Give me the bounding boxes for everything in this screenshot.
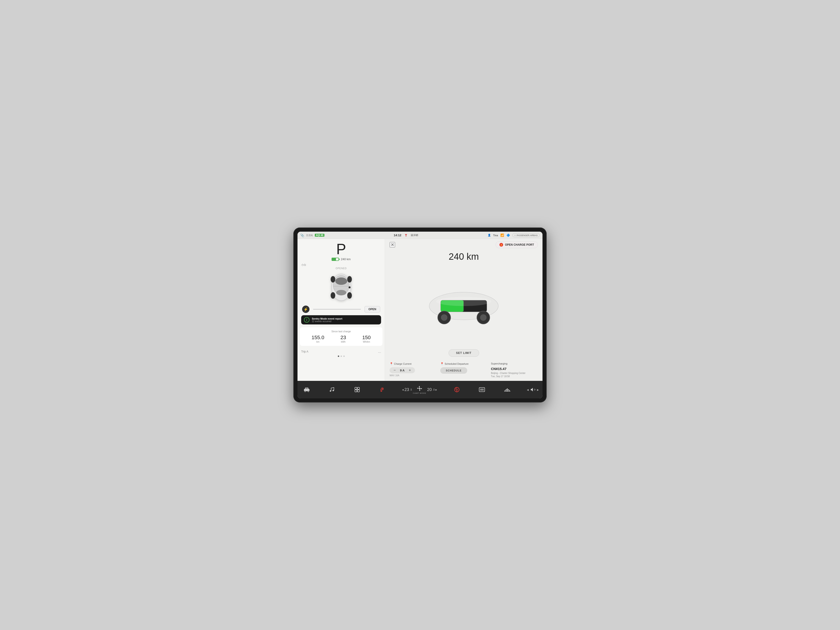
open-charge-button[interactable]: OPEN [365, 306, 380, 313]
stat-efficiency-value: 150 [362, 335, 371, 341]
temp-left-value: 23 [404, 387, 409, 392]
volume-prev-button[interactable]: ◂ [527, 388, 529, 392]
main-area: P 240 km 小白 OPENED [297, 239, 543, 381]
charge-info-grid: 📍 Charge Current − 9 A + MAX 16A [385, 360, 543, 381]
user-name: Tina [493, 234, 498, 237]
camp-mode-group: CAMP MODE [413, 385, 426, 394]
stats-section: Since last charge 155.0 km 23 kWh 150 Wh [300, 327, 382, 346]
supercharge-location: Beijing - Charter Shopping Center Tue, S… [491, 372, 538, 378]
supercharging-col: Supercharging CN¥15.47 Beijing - Charter… [491, 362, 538, 378]
decrease-current-button[interactable]: − [392, 368, 397, 372]
charge-port-row: ⚡ OPEN [297, 305, 385, 314]
trip-row: Trip A ... [297, 348, 385, 355]
camp-mode-label: CAMP MODE [413, 392, 426, 394]
sentry-icon: i [304, 317, 309, 323]
tesla-logo: T [405, 234, 407, 237]
supercharging-title: Supercharging [491, 362, 507, 365]
rear-defrost-icon[interactable] [477, 387, 488, 392]
apps-icon [354, 387, 360, 392]
max-label: MAX 16A [390, 374, 437, 377]
sentry-sub: 12 events occurred [312, 320, 343, 323]
battery-indicator [332, 258, 339, 261]
charge-bolt: ⚡ [302, 306, 309, 313]
screen: 📎 主北站 AQI 48 14:12 T 丽泽桥 👤 Tina 📶 🔷 ○ PA… [297, 232, 543, 398]
supercharging-label: Supercharging [491, 362, 538, 365]
battery-chassis-svg [427, 287, 501, 324]
schedule-button[interactable]: SCHEDULE [440, 367, 467, 374]
temp-left-decrease[interactable]: ◂ [402, 388, 404, 392]
stat-kwh-value: 23 [340, 335, 346, 341]
svg-point-5 [347, 276, 352, 283]
svg-point-6 [331, 292, 335, 298]
location-left: 主北站 [306, 234, 313, 237]
close-button[interactable]: ✕ [390, 242, 395, 248]
car-icon [303, 387, 310, 392]
wifi-icon: 📶 [501, 234, 504, 237]
volume-next-button[interactable]: ▸ [537, 388, 539, 392]
volume-icon [530, 387, 535, 392]
music-bottom-icon[interactable] [326, 387, 337, 392]
front-defrost-icon[interactable] [502, 387, 513, 392]
temp-right-increase[interactable]: ▸ [436, 388, 437, 392]
heated-steering-icon[interactable] [451, 387, 463, 393]
svg-rect-26 [357, 387, 360, 389]
bluetooth-icon: 🔷 [506, 234, 510, 237]
range-row: 240 km [297, 257, 385, 262]
car-image-container [297, 270, 385, 305]
sentry-title: Sentry Mode event report [312, 317, 343, 320]
svg-point-15 [441, 314, 447, 321]
set-limit-button[interactable]: SET LIMIT [448, 349, 479, 357]
fan-icon [416, 385, 423, 392]
svg-rect-28 [357, 390, 360, 392]
location-icon-2: 📍 [440, 362, 444, 365]
page-dot-2 [341, 355, 342, 357]
car-battery-visual [385, 263, 543, 349]
svg-point-17 [480, 314, 486, 321]
charge-current-label: 📍 Charge Current [390, 362, 437, 365]
svg-rect-27 [355, 390, 357, 392]
front-defrost-svg [504, 387, 510, 392]
stat-distance: 155.0 km [311, 335, 324, 343]
status-center: 14:12 T 丽泽桥 [324, 234, 488, 237]
open-charge-port-label: OPEN CHARGE PORT [505, 243, 534, 246]
stat-efficiency: 150 Wh/km [362, 335, 371, 343]
increase-current-button[interactable]: + [407, 368, 412, 372]
trip-label: Trip A [301, 350, 308, 353]
svg-rect-25 [355, 387, 357, 389]
volume-control-group: ◂ ▸ [527, 387, 539, 392]
svg-rect-22 [306, 388, 308, 389]
svg-point-9 [348, 286, 351, 289]
trip-dots-button[interactable]: ... [378, 349, 381, 354]
stat-distance-unit: km [311, 341, 324, 343]
car-bottom-icon[interactable] [301, 387, 312, 392]
apps-bottom-icon[interactable] [352, 387, 363, 392]
sentry-text: Sentry Mode event report 12 events occur… [312, 317, 343, 323]
svg-point-24 [333, 390, 334, 391]
svg-point-3 [336, 290, 346, 295]
heated-seat-left-icon[interactable] [377, 387, 388, 392]
bottom-bar: ◂ 23.5 CAMP MODE 2 [297, 381, 543, 398]
charge-status: OPENED [297, 267, 385, 270]
owner-label: 小白 [297, 262, 385, 267]
rear-defrost-svg [479, 387, 485, 392]
device-frame: 📎 主北站 AQI 48 14:12 T 丽泽桥 👤 Tina 📶 🔷 ○ PA… [294, 227, 546, 403]
page-dot-3 [343, 355, 345, 357]
charge-panel-header: ✕ ⚡ OPEN CHARGE PORT [385, 239, 543, 249]
range-value: 240 km [341, 257, 351, 261]
current-value: 9 A [399, 369, 406, 372]
time-display: 14:12 [394, 234, 401, 237]
temp-right-value: 20 [427, 387, 432, 392]
scheduled-departure-label: 📍 Scheduled Departure [440, 362, 487, 365]
stat-distance-value: 155.0 [311, 335, 324, 341]
location-icon-1: 📍 [390, 362, 393, 365]
svg-point-7 [347, 292, 352, 298]
airbag-icon: ○ [515, 234, 516, 237]
user-icon: 👤 [488, 234, 491, 237]
seat-heat-left-icon [379, 387, 385, 392]
stats-header: Since last charge [303, 330, 379, 333]
stat-kwh-unit: kWh [340, 341, 346, 343]
open-charge-port-button[interactable]: ⚡ OPEN CHARGE PORT [496, 241, 538, 248]
location-center: 丽泽桥 [411, 234, 418, 237]
svg-point-21 [308, 391, 309, 392]
stat-efficiency-unit: Wh/km [362, 341, 371, 343]
